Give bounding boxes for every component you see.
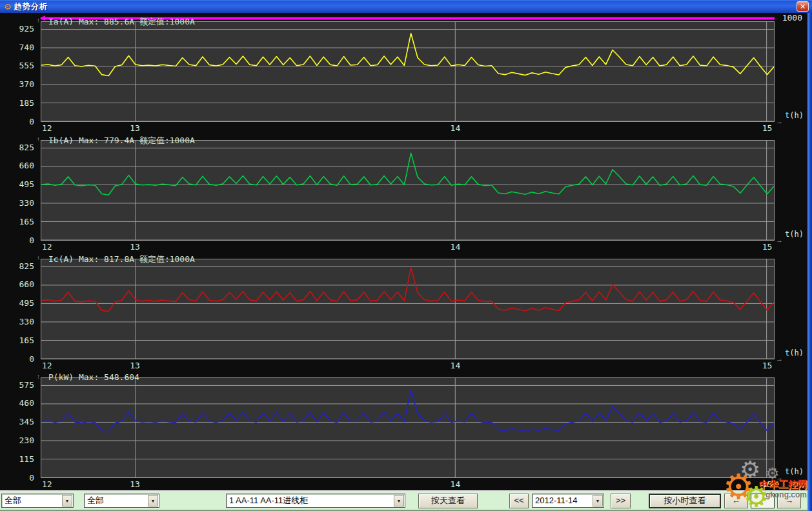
trend-line-ic — [41, 268, 774, 312]
date-combobox[interactable]: 2012-11-14 ▼ — [532, 494, 604, 508]
area-filter-2-value: 全部 — [87, 496, 104, 505]
y-tick-label: 330 — [2, 198, 34, 208]
device-combobox[interactable]: 1 AA-11 AA-11进线柜 ▼ — [226, 494, 405, 508]
next-date-button[interactable]: >> — [611, 494, 631, 508]
rated-line-arrow-icon — [40, 15, 45, 21]
x-tick-label: 12 — [42, 123, 52, 133]
y-tick-label: 925 — [2, 24, 34, 34]
window-border-right — [807, 13, 812, 511]
chart-p: 5754603452301150P(kW) Max: 548.604121314… — [0, 372, 807, 490]
chevron-down-icon[interactable]: ▼ — [148, 495, 158, 506]
y-tick-label: 740 — [2, 43, 34, 52]
x-tick-label: 15 — [762, 242, 773, 252]
chart-ia: 9257405553701850Ia(A) Max: 885.6A 额定值:10… — [0, 15, 807, 134]
y-axis-labels: 5754603452301150 — [0, 372, 41, 490]
title-bar[interactable]: ⚙ 趋势分析 ✕ — [0, 0, 812, 13]
t-axis-label: t(h) — [785, 348, 804, 357]
step-forward-button[interactable]: → — [777, 494, 801, 508]
y-axis-labels: 8256604953301650 — [0, 134, 41, 253]
x-tick-label: 15 — [762, 479, 773, 489]
area-filter-1-value: 全部 — [5, 496, 21, 505]
x-tick-label: 12 — [42, 242, 52, 252]
x-axis-arrow-icon: → — [776, 355, 783, 363]
window-title: 趋势分析 — [14, 1, 48, 12]
x-tick-label: 12 — [42, 361, 52, 370]
x-tick-label: 14 — [451, 479, 461, 489]
y-axis-arrow-icon: ↑ — [37, 373, 40, 380]
t-axis-label: t(h) — [785, 230, 804, 239]
y-tick-label: 0 — [2, 117, 34, 126]
y-tick-label: 495 — [2, 179, 34, 189]
trend-line-ia — [41, 34, 774, 76]
y-axis-arrow-icon: ↑ — [37, 17, 40, 24]
y-tick-label: 230 — [2, 436, 34, 445]
x-tick-label: 13 — [130, 242, 140, 252]
y-tick-label: 825 — [2, 143, 34, 152]
chart-title: Ia(A) Max: 885.6A 额定值:1000A — [48, 16, 195, 28]
chart-title: P(kW) Max: 548.604 — [48, 372, 139, 382]
y-tick-label: 0 — [2, 473, 34, 483]
area-filter-1-combobox[interactable]: 全部 ▼ — [1, 494, 74, 508]
y-axis-labels: 8256604953301650 — [0, 253, 41, 372]
x-axis-labels: 12131415 — [41, 242, 775, 252]
y-tick-label: 825 — [2, 261, 34, 271]
area-filter-2-combobox[interactable]: 全部 ▼ — [84, 494, 159, 508]
y-axis-labels: 9257405553701850 — [0, 15, 41, 134]
y-tick-label: 370 — [2, 79, 34, 89]
x-tick-label: 13 — [130, 479, 140, 489]
chevron-down-icon[interactable]: ▼ — [593, 495, 603, 506]
y-tick-label: 660 — [2, 161, 34, 170]
trend-analysis-window: ⚙ 趋势分析 ✕ 9257405553701850Ia(A) Max: 885.… — [0, 0, 812, 511]
x-axis-arrow-icon: → — [776, 117, 783, 125]
rated-value-label: 1000 — [782, 13, 802, 23]
chevron-down-icon[interactable]: ▼ — [394, 495, 404, 506]
view-by-hour-button[interactable]: 按小时查看 — [649, 494, 721, 508]
y-tick-label: 165 — [2, 336, 34, 345]
y-tick-label: 185 — [2, 98, 34, 108]
plot-area — [41, 21, 775, 122]
chart-title: Ic(A) Max: 817.8A 额定值:1000A — [48, 254, 195, 265]
x-tick-label: 14 — [451, 123, 461, 133]
y-axis-arrow-icon: ↑ — [37, 135, 40, 143]
hour-step-box[interactable] — [751, 494, 775, 508]
plot-area — [41, 259, 775, 359]
chart-ic: 8256604953301650Ic(A) Max: 817.8A 额定值:10… — [0, 253, 807, 372]
x-axis-labels: 12131415 — [41, 361, 775, 371]
y-tick-label: 660 — [2, 279, 34, 289]
y-tick-label: 115 — [2, 454, 34, 464]
prev-date-button[interactable]: << — [509, 494, 529, 508]
step-back-button[interactable]: ← — [724, 494, 748, 508]
y-tick-label: 0 — [2, 235, 34, 245]
y-axis-arrow-icon: ↑ — [37, 254, 40, 261]
x-axis-labels: 12131415 — [41, 479, 775, 490]
bottom-toolbar: 全部 ▼ 全部 ▼ 1 AA-11 AA-11进线柜 ▼ 按天查看 << 201… — [0, 490, 812, 511]
x-tick-label: 14 — [451, 361, 461, 370]
x-axis-arrow-icon: → — [776, 474, 783, 481]
x-tick-label: 14 — [451, 242, 461, 252]
plot-area — [41, 377, 775, 478]
t-axis-label: t(h) — [785, 111, 804, 120]
y-tick-label: 165 — [2, 217, 34, 226]
y-tick-label: 495 — [2, 298, 34, 308]
x-axis-labels: 12131415 — [41, 123, 775, 134]
device-value: 1 AA-11 AA-11进线柜 — [229, 496, 308, 505]
chart-title: Ib(A) Max: 779.4A 额定值:1000A — [48, 135, 195, 146]
close-button[interactable]: ✕ — [797, 1, 809, 12]
x-axis-arrow-icon: → — [776, 236, 783, 244]
plot-area — [41, 140, 775, 241]
chevron-down-icon[interactable]: ▼ — [62, 495, 72, 506]
view-by-day-button[interactable]: 按天查看 — [418, 494, 478, 508]
y-tick-label: 575 — [2, 380, 34, 390]
y-tick-label: 0 — [2, 354, 34, 364]
charts-area: 9257405553701850Ia(A) Max: 885.6A 额定值:10… — [0, 13, 807, 490]
date-value: 2012-11-14 — [535, 496, 578, 505]
x-tick-label: 15 — [762, 361, 773, 370]
x-tick-label: 12 — [42, 479, 52, 489]
trend-line-p — [41, 390, 774, 432]
y-tick-label: 555 — [2, 61, 34, 70]
x-tick-label: 13 — [130, 123, 140, 133]
y-tick-label: 330 — [2, 317, 34, 326]
t-axis-label: t(h) — [785, 467, 804, 476]
x-tick-label: 15 — [762, 123, 773, 133]
app-icon: ⚙ — [4, 3, 12, 11]
